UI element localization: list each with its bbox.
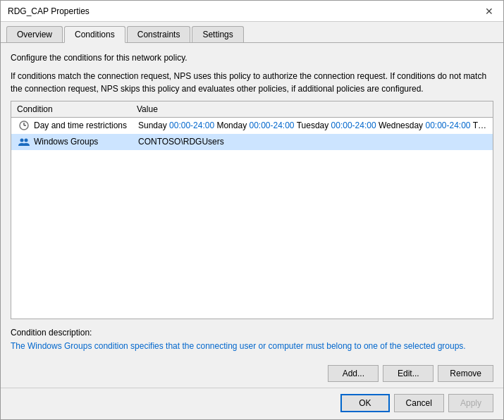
table-row[interactable]: Day and time restrictions Sunday 00:00-2… xyxy=(11,118,493,134)
properties-dialog: RDG_CAP Properties ✕ Overview Conditions… xyxy=(0,0,504,420)
condition-desc-text: The Windows Groups condition specifies t… xyxy=(11,340,493,352)
add-button[interactable]: Add... xyxy=(328,365,379,382)
svg-point-4 xyxy=(25,139,28,142)
row-condition-label: Day and time restrictions xyxy=(34,121,138,130)
close-button[interactable]: ✕ xyxy=(482,6,496,17)
clock-icon xyxy=(17,120,31,131)
edit-button[interactable]: Edit... xyxy=(383,365,434,382)
table-body: Day and time restrictions Sunday 00:00-2… xyxy=(11,118,493,319)
description-line2: If conditions match the connection reque… xyxy=(11,70,493,95)
tab-constraints[interactable]: Constraints xyxy=(127,26,191,42)
column-header-value: Value xyxy=(137,104,487,114)
tab-overview[interactable]: Overview xyxy=(6,26,63,42)
tab-conditions[interactable]: Conditions xyxy=(64,26,125,43)
main-content: Configure the conditions for this networ… xyxy=(1,43,503,361)
row-value: CONTOSO\RDGUsers xyxy=(138,137,487,147)
cancel-button[interactable]: Cancel xyxy=(394,394,444,412)
conditions-table: Condition Value Day and time restriction… xyxy=(11,101,493,319)
description-line1: Configure the conditions for this networ… xyxy=(11,51,493,64)
remove-button[interactable]: Remove xyxy=(438,365,493,382)
title-bar: RDG_CAP Properties ✕ xyxy=(1,1,503,22)
tab-settings[interactable]: Settings xyxy=(192,26,243,42)
tab-bar: Overview Conditions Constraints Settings xyxy=(1,22,503,43)
row-value: Sunday 00:00-24:00 Monday 00:00-24:00 Tu… xyxy=(138,121,487,130)
column-header-condition: Condition xyxy=(17,104,137,114)
condition-description-section: Condition description: The Windows Group… xyxy=(11,328,493,352)
bottom-button-row: OK Cancel Apply xyxy=(1,388,503,419)
action-button-row: Add... Edit... Remove xyxy=(1,361,503,388)
window-title: RDG_CAP Properties xyxy=(8,6,90,16)
apply-button[interactable]: Apply xyxy=(448,394,493,412)
row-condition-label: Windows Groups xyxy=(34,137,138,147)
group-icon xyxy=(17,136,31,147)
ok-button[interactable]: OK xyxy=(340,394,389,412)
table-header: Condition Value xyxy=(11,101,493,118)
condition-desc-label: Condition description: xyxy=(11,328,493,338)
table-row[interactable]: Windows Groups CONTOSO\RDGUsers xyxy=(11,134,493,150)
svg-point-3 xyxy=(20,139,24,142)
